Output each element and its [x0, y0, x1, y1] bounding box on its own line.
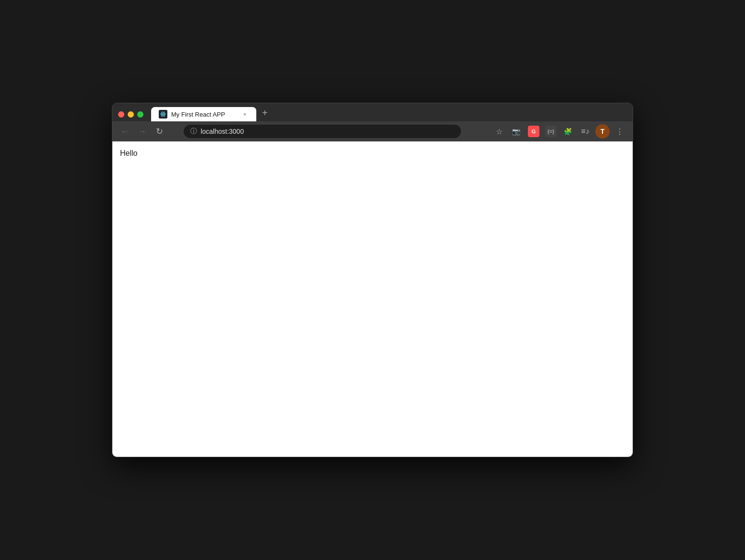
tab-title: My First React APP: [171, 111, 237, 118]
reload-button[interactable]: ↻: [153, 125, 166, 138]
info-icon: ⓘ: [190, 127, 197, 136]
page-content: Hello: [112, 141, 633, 457]
extensions-button[interactable]: 🧩: [561, 124, 575, 139]
playlist-icon: ≡♪: [581, 127, 589, 136]
maximize-button[interactable]: [137, 111, 143, 118]
profile-button[interactable]: T: [595, 124, 610, 139]
title-bar: My First React APP × + ← → ↻: [112, 103, 633, 141]
tab-favicon-icon: [159, 110, 167, 118]
more-icon: ⋮: [616, 127, 624, 136]
new-tab-button[interactable]: +: [256, 108, 274, 121]
puzzle-icon: 🧩: [564, 128, 572, 135]
toolbar-actions: ☆ 📷 G {=} 🧩 ≡: [492, 124, 627, 139]
more-options-button[interactable]: ⋮: [613, 124, 627, 139]
active-tab[interactable]: My First React APP ×: [151, 107, 256, 121]
forward-icon: →: [138, 127, 146, 137]
curly-icon: {=}: [545, 126, 557, 137]
playlist-button[interactable]: ≡♪: [578, 124, 592, 139]
profile-initial: T: [601, 128, 605, 135]
tab-bar: My First React APP × +: [112, 103, 633, 121]
curly-extension-button[interactable]: {=}: [544, 124, 558, 139]
minimize-button[interactable]: [128, 111, 134, 118]
tab-close-icon: ×: [243, 111, 246, 117]
back-button[interactable]: ←: [118, 125, 131, 138]
bookmark-button[interactable]: ☆: [492, 124, 506, 139]
hello-text: Hello: [120, 149, 625, 158]
reload-icon: ↻: [156, 126, 163, 137]
svg-point-4: [163, 114, 164, 115]
url-bar[interactable]: ⓘ localhost:3000: [184, 125, 461, 138]
grammarly-extension-button[interactable]: G: [526, 124, 541, 139]
tab-close-button[interactable]: ×: [241, 110, 249, 118]
close-button[interactable]: [118, 111, 124, 118]
window-controls: [118, 111, 143, 121]
grammarly-icon: G: [528, 126, 539, 137]
screenshot-button[interactable]: 📷: [509, 124, 524, 139]
url-text: localhost:3000: [201, 128, 454, 135]
bookmark-icon: ☆: [496, 127, 503, 136]
back-icon: ←: [121, 127, 129, 137]
browser-window: My First React APP × + ← → ↻: [112, 103, 633, 457]
address-bar: ← → ↻ ⓘ localhost:3000 ☆: [112, 121, 633, 141]
camera-icon: 📷: [512, 128, 520, 135]
forward-button[interactable]: →: [135, 125, 149, 138]
